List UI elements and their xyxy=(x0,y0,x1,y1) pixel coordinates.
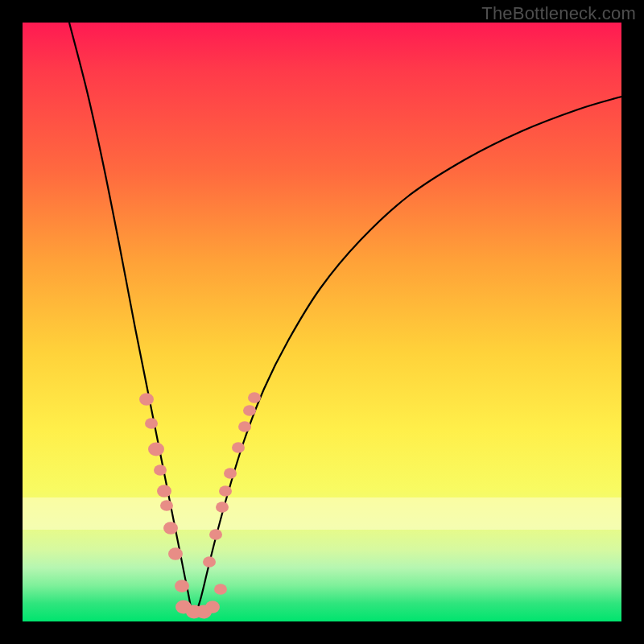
data-point xyxy=(186,605,202,619)
data-point xyxy=(139,393,154,405)
data-point xyxy=(163,522,178,534)
highlight-band xyxy=(23,497,621,530)
data-point xyxy=(145,418,158,429)
data-point xyxy=(154,464,167,476)
data-point xyxy=(203,556,216,568)
data-point xyxy=(175,601,192,614)
data-point xyxy=(175,580,189,592)
data-point xyxy=(168,547,183,559)
bottleneck-curve xyxy=(69,23,621,614)
data-point xyxy=(238,421,251,432)
data-point xyxy=(157,485,171,497)
chart-plot-area xyxy=(23,23,621,621)
chart-svg xyxy=(23,23,621,621)
data-point xyxy=(243,405,256,416)
data-point xyxy=(219,485,232,497)
data-points-group xyxy=(139,392,261,618)
data-point xyxy=(160,500,173,511)
data-point xyxy=(224,468,237,479)
data-point xyxy=(248,392,261,403)
watermark-text: TheBottleneck.com xyxy=(481,3,636,24)
data-point xyxy=(232,442,245,453)
data-point xyxy=(216,502,229,513)
data-point xyxy=(196,605,212,619)
data-point xyxy=(209,529,222,540)
data-point xyxy=(205,601,220,613)
data-point xyxy=(148,443,164,456)
data-point xyxy=(214,584,227,595)
